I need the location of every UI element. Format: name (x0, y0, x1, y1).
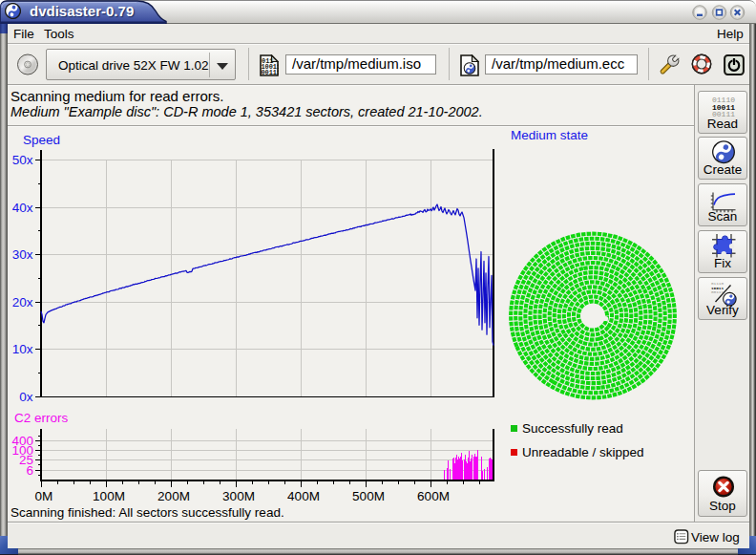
svg-text:100M: 100M (93, 489, 125, 503)
svg-text:200M: 200M (158, 489, 190, 503)
svg-text:40x: 40x (12, 201, 33, 215)
svg-text:6: 6 (26, 463, 33, 478)
svg-text:10x: 10x (12, 342, 33, 356)
svg-text:0M: 0M (35, 489, 53, 503)
svg-text:400M: 400M (287, 489, 320, 503)
svg-text:00111: 00111 (261, 69, 279, 76)
svg-text:0x: 0x (19, 390, 33, 404)
svg-text:300M: 300M (222, 489, 255, 503)
svg-text:50x: 50x (12, 153, 33, 167)
svg-text:20x: 20x (12, 295, 33, 310)
svg-text:Unreadable / skipped: Unreadable / skipped (522, 445, 644, 459)
svg-text:Speed: Speed (23, 133, 60, 147)
svg-text:500M: 500M (352, 489, 385, 503)
svg-text:Medium state: Medium state (511, 128, 588, 142)
svg-text:C2 errors: C2 errors (14, 411, 69, 425)
svg-text:30x: 30x (12, 247, 33, 262)
svg-text:00111: 00111 (711, 289, 724, 294)
svg-text:600M: 600M (417, 489, 450, 503)
svg-text:Successfully read: Successfully read (522, 421, 623, 436)
svg-text:Scanning finished: All sectors: Scanning finished: All sectors successfu… (10, 505, 284, 520)
